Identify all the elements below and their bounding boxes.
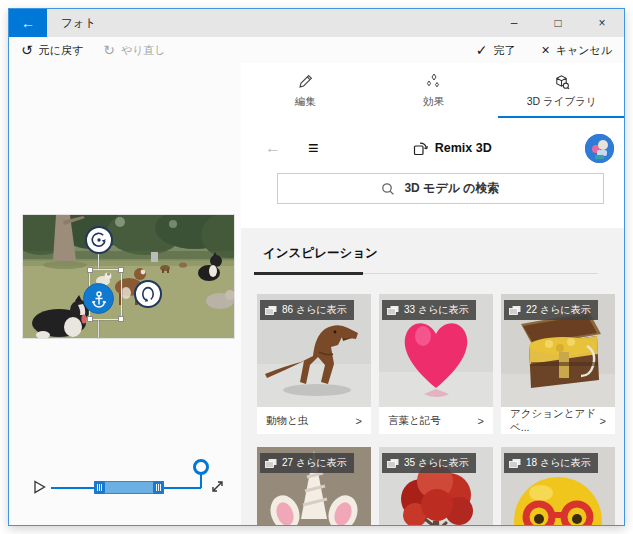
edit-toolbar: ↺ 元に戻す ↻ やり直し ✓ 完了 × キャンセル — [9, 37, 624, 63]
back-button[interactable]: ← — [9, 9, 47, 37]
app-title: フォト — [47, 9, 96, 37]
card-label-row[interactable]: アクションとアドベ... > — [501, 407, 615, 434]
rotate-y-control[interactable] — [134, 280, 162, 308]
rotate-z-icon — [89, 230, 109, 250]
more-count-label: 22 さらに表示 — [526, 303, 591, 317]
rotate-z-control[interactable] — [85, 226, 113, 254]
remix-title: Remix 3D — [435, 141, 492, 155]
park-dogs-photo — [23, 215, 234, 338]
back-icon: ← — [21, 15, 35, 31]
mode-tabs: 編集 効果 3D ライブラリ — [241, 63, 625, 118]
undo-button[interactable]: ↺ 元に戻す — [21, 43, 83, 58]
category-card-fantasy[interactable]: 27 さらに表示 — [257, 447, 371, 526]
timeline-marker[interactable] — [193, 459, 209, 475]
more-badge: 22 さらに表示 — [504, 300, 598, 320]
remix-header: ← ≡ Remix 3D — [241, 132, 625, 164]
resize-handle-bottom-right[interactable] — [118, 316, 124, 322]
redo-label: やり直し — [121, 43, 166, 58]
search-placeholder: 3D モデル の検索 — [404, 180, 499, 197]
more-count-label: 27 さらに表示 — [282, 456, 347, 470]
more-count-label: 18 さらに表示 — [526, 456, 591, 470]
card-label: 言葉と記号 — [388, 414, 441, 428]
category-scrollbar[interactable] — [254, 272, 598, 275]
category-card-symbols[interactable]: 33 さらに表示 言葉と記号 > — [379, 294, 493, 434]
models-stack-icon — [265, 305, 277, 316]
models-stack-icon — [387, 458, 399, 469]
card-grid: 86 さらに表示 動物と虫 > — [257, 294, 615, 526]
models-stack-icon — [265, 458, 277, 469]
tab-edit[interactable]: 編集 — [241, 63, 369, 118]
bottom-connector-line — [98, 320, 99, 338]
more-badge: 86 さらに表示 — [260, 300, 354, 320]
play-button[interactable] — [33, 480, 47, 494]
tab-edit-label: 編集 — [295, 95, 316, 109]
category-card-animals[interactable]: 86 さらに表示 動物と虫 > — [257, 294, 371, 434]
tab-effects-label: 効果 — [423, 95, 444, 109]
range-end-grip[interactable] — [153, 481, 164, 494]
marker-stem — [200, 473, 202, 488]
category-card-nature[interactable]: 35 さらに表示 — [379, 447, 493, 526]
minimize-button[interactable]: – — [492, 9, 536, 37]
more-badge: 35 さらに表示 — [382, 453, 476, 473]
card-label-row[interactable]: 動物と虫 > — [257, 407, 371, 434]
category-card-adventure[interactable]: 22 さらに表示 アクションとアドベ... > — [501, 294, 615, 434]
cancel-label: キャンセル — [556, 43, 612, 58]
models-stack-icon — [509, 305, 521, 316]
inspiration-heading: インスピレーション — [263, 245, 378, 262]
chevron-right-icon: > — [478, 415, 484, 427]
resize-handle-top-right[interactable] — [118, 267, 124, 273]
chevron-right-icon: > — [600, 415, 606, 427]
timeline-range[interactable] — [94, 481, 164, 494]
tab-effects[interactable]: 効果 — [369, 63, 497, 118]
more-badge: 27 さらに表示 — [260, 453, 354, 473]
library-panel: 編集 効果 3D ライブラリ ← ≡ — [241, 63, 625, 525]
avatar-image — [585, 134, 614, 163]
more-badge: 18 さらに表示 — [504, 453, 598, 473]
menu-icon[interactable]: ≡ — [308, 138, 319, 159]
done-button[interactable]: ✓ 完了 — [476, 43, 516, 58]
maximize-button[interactable]: □ — [536, 9, 580, 37]
remix-3d-logo-icon — [412, 140, 429, 157]
user-avatar[interactable] — [585, 134, 614, 163]
pencil-icon — [297, 73, 314, 90]
anchor-control[interactable] — [83, 283, 114, 314]
redo-button[interactable]: ↻ やり直し — [103, 43, 166, 58]
titlebar: ← フォト – □ × — [9, 9, 624, 37]
undo-icon: ↺ — [21, 43, 33, 57]
resize-handle-top-left[interactable] — [87, 267, 93, 273]
anchor-icon — [90, 290, 108, 308]
redo-icon: ↻ — [103, 43, 115, 57]
search-icon — [381, 182, 395, 196]
more-count-label: 33 さらに表示 — [404, 303, 469, 317]
card-label: アクションとアドベ... — [510, 407, 600, 435]
more-count-label: 86 さらに表示 — [282, 303, 347, 317]
rotate-connector-line — [98, 254, 99, 269]
card-label: 動物と虫 — [266, 414, 308, 428]
tab-3d-library[interactable]: 3D ライブラリ — [498, 63, 625, 118]
models-stack-icon — [387, 305, 399, 316]
close-button[interactable]: × — [580, 9, 624, 37]
tab-3d-library-label: 3D ライブラリ — [527, 95, 597, 109]
photos-app-window: ← フォト – □ × ↺ 元に戻す ↻ やり直し ✓ 完了 × キャンセル — [8, 8, 625, 526]
done-label: 完了 — [494, 43, 516, 58]
resize-handle-bottom-left[interactable] — [87, 316, 93, 322]
chevron-right-icon: > — [356, 415, 362, 427]
more-count-label: 35 さらに表示 — [404, 456, 469, 470]
range-start-grip[interactable] — [94, 481, 105, 494]
check-icon: ✓ — [476, 43, 488, 57]
more-badge: 33 さらに表示 — [382, 300, 476, 320]
category-card-emoji[interactable]: 18 さらに表示 — [501, 447, 615, 526]
rotate-y-icon — [138, 284, 158, 304]
undo-label: 元に戻す — [39, 43, 84, 58]
remix-back-icon[interactable]: ← — [265, 139, 281, 157]
models-stack-icon — [509, 458, 521, 469]
card-label-row[interactable]: 言葉と記号 > — [379, 407, 493, 434]
3d-cube-search-icon — [553, 73, 570, 90]
inspiration-section: インスピレーション — [241, 228, 625, 525]
sparkles-icon — [425, 73, 442, 90]
expand-icon[interactable] — [210, 479, 225, 494]
close-icon: × — [542, 43, 550, 57]
cancel-button[interactable]: × キャンセル — [542, 43, 612, 58]
photo-canvas[interactable] — [23, 215, 234, 338]
3d-model-search-input[interactable]: 3D モデル の検索 — [277, 173, 604, 204]
